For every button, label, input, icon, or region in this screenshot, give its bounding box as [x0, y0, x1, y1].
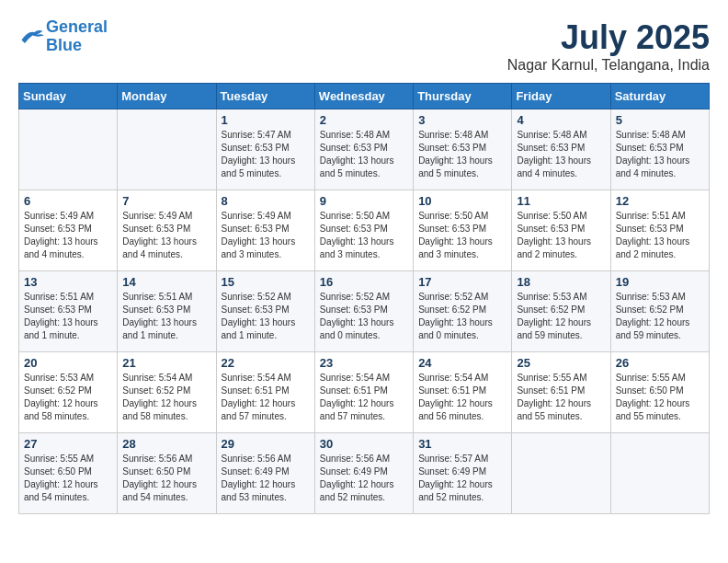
day-number: 21: [122, 356, 210, 370]
day-info: Sunrise: 5:53 AM Sunset: 6:52 PM Dayligh…: [517, 291, 605, 342]
calendar-cell: 11Sunrise: 5:50 AM Sunset: 6:53 PM Dayli…: [512, 190, 610, 271]
day-number: 24: [418, 356, 506, 370]
calendar-cell: 4Sunrise: 5:48 AM Sunset: 6:53 PM Daylig…: [512, 109, 610, 190]
calendar-cell: [512, 433, 610, 514]
day-number: 3: [418, 113, 506, 127]
day-number: 14: [122, 275, 210, 289]
calendar-cell: 27Sunrise: 5:55 AM Sunset: 6:50 PM Dayli…: [19, 433, 118, 514]
header-tuesday: Tuesday: [216, 84, 314, 109]
day-number: 23: [320, 356, 408, 370]
day-info: Sunrise: 5:50 AM Sunset: 6:53 PM Dayligh…: [418, 210, 506, 261]
day-number: 7: [122, 194, 210, 208]
calendar-cell: 18Sunrise: 5:53 AM Sunset: 6:52 PM Dayli…: [512, 271, 610, 352]
calendar-cell: 6Sunrise: 5:49 AM Sunset: 6:53 PM Daylig…: [19, 190, 118, 271]
day-info: Sunrise: 5:54 AM Sunset: 6:51 PM Dayligh…: [222, 372, 310, 423]
day-info: Sunrise: 5:48 AM Sunset: 6:53 PM Dayligh…: [517, 129, 605, 180]
day-number: 25: [517, 356, 605, 370]
day-number: 31: [418, 437, 506, 451]
day-info: Sunrise: 5:54 AM Sunset: 6:51 PM Dayligh…: [418, 372, 506, 423]
day-number: 13: [24, 275, 112, 289]
header-monday: Monday: [118, 84, 216, 109]
day-number: 11: [517, 194, 605, 208]
calendar-cell: 29Sunrise: 5:56 AM Sunset: 6:49 PM Dayli…: [216, 433, 314, 514]
day-info: Sunrise: 5:49 AM Sunset: 6:53 PM Dayligh…: [222, 210, 310, 261]
calendar-cell: 5Sunrise: 5:48 AM Sunset: 6:53 PM Daylig…: [610, 109, 709, 190]
day-info: Sunrise: 5:56 AM Sunset: 6:50 PM Dayligh…: [122, 453, 210, 504]
logo-bird-icon: [18, 26, 44, 48]
day-number: 1: [222, 113, 310, 127]
calendar-header-row: SundayMondayTuesdayWednesdayThursdayFrid…: [19, 84, 710, 109]
day-info: Sunrise: 5:48 AM Sunset: 6:53 PM Dayligh…: [418, 129, 506, 180]
day-info: Sunrise: 5:51 AM Sunset: 6:53 PM Dayligh…: [616, 210, 704, 261]
logo: General Blue: [18, 18, 108, 55]
calendar-cell: 13Sunrise: 5:51 AM Sunset: 6:53 PM Dayli…: [19, 271, 118, 352]
calendar-cell: 20Sunrise: 5:53 AM Sunset: 6:52 PM Dayli…: [19, 352, 118, 433]
day-number: 18: [517, 275, 605, 289]
day-number: 30: [320, 437, 408, 451]
day-number: 12: [616, 194, 704, 208]
calendar-cell: [19, 109, 118, 190]
day-info: Sunrise: 5:53 AM Sunset: 6:52 PM Dayligh…: [24, 372, 112, 423]
day-number: 26: [616, 356, 704, 370]
calendar-cell: 1Sunrise: 5:47 AM Sunset: 6:53 PM Daylig…: [216, 109, 314, 190]
calendar-cell: [118, 109, 216, 190]
title-area: July 2025 Nagar Karnul, Telangana, India: [507, 18, 710, 74]
day-info: Sunrise: 5:52 AM Sunset: 6:52 PM Dayligh…: [418, 291, 506, 342]
day-info: Sunrise: 5:49 AM Sunset: 6:53 PM Dayligh…: [24, 210, 112, 261]
logo-text-line2: Blue: [46, 37, 108, 55]
day-number: 2: [320, 113, 408, 127]
day-number: 6: [24, 194, 112, 208]
header-wednesday: Wednesday: [314, 84, 413, 109]
calendar-cell: 15Sunrise: 5:52 AM Sunset: 6:53 PM Dayli…: [216, 271, 314, 352]
header-sunday: Sunday: [19, 84, 118, 109]
day-info: Sunrise: 5:51 AM Sunset: 6:53 PM Dayligh…: [24, 291, 112, 342]
day-info: Sunrise: 5:55 AM Sunset: 6:50 PM Dayligh…: [616, 372, 704, 423]
calendar-cell: 16Sunrise: 5:52 AM Sunset: 6:53 PM Dayli…: [314, 271, 413, 352]
day-number: 17: [418, 275, 506, 289]
week-row-1: 1Sunrise: 5:47 AM Sunset: 6:53 PM Daylig…: [19, 109, 710, 190]
day-info: Sunrise: 5:52 AM Sunset: 6:53 PM Dayligh…: [222, 291, 310, 342]
header-saturday: Saturday: [610, 84, 709, 109]
calendar-cell: 14Sunrise: 5:51 AM Sunset: 6:53 PM Dayli…: [118, 271, 216, 352]
day-info: Sunrise: 5:56 AM Sunset: 6:49 PM Dayligh…: [320, 453, 408, 504]
calendar-cell: 24Sunrise: 5:54 AM Sunset: 6:51 PM Dayli…: [414, 352, 512, 433]
calendar-cell: 31Sunrise: 5:57 AM Sunset: 6:49 PM Dayli…: [414, 433, 512, 514]
day-info: Sunrise: 5:53 AM Sunset: 6:52 PM Dayligh…: [616, 291, 704, 342]
calendar-cell: [610, 433, 709, 514]
day-info: Sunrise: 5:57 AM Sunset: 6:49 PM Dayligh…: [418, 453, 506, 504]
calendar-cell: 25Sunrise: 5:55 AM Sunset: 6:51 PM Dayli…: [512, 352, 610, 433]
day-info: Sunrise: 5:50 AM Sunset: 6:53 PM Dayligh…: [320, 210, 408, 261]
day-info: Sunrise: 5:55 AM Sunset: 6:51 PM Dayligh…: [517, 372, 605, 423]
calendar-cell: 17Sunrise: 5:52 AM Sunset: 6:52 PM Dayli…: [414, 271, 512, 352]
day-info: Sunrise: 5:50 AM Sunset: 6:53 PM Dayligh…: [517, 210, 605, 261]
day-info: Sunrise: 5:52 AM Sunset: 6:53 PM Dayligh…: [320, 291, 408, 342]
week-row-3: 13Sunrise: 5:51 AM Sunset: 6:53 PM Dayli…: [19, 271, 710, 352]
calendar-cell: 19Sunrise: 5:53 AM Sunset: 6:52 PM Dayli…: [610, 271, 709, 352]
week-row-5: 27Sunrise: 5:55 AM Sunset: 6:50 PM Dayli…: [19, 433, 710, 514]
day-info: Sunrise: 5:56 AM Sunset: 6:49 PM Dayligh…: [222, 453, 310, 504]
day-number: 5: [616, 113, 704, 127]
calendar-cell: 10Sunrise: 5:50 AM Sunset: 6:53 PM Dayli…: [414, 190, 512, 271]
calendar-cell: 28Sunrise: 5:56 AM Sunset: 6:50 PM Dayli…: [118, 433, 216, 514]
calendar-cell: 23Sunrise: 5:54 AM Sunset: 6:51 PM Dayli…: [314, 352, 413, 433]
day-number: 22: [222, 356, 310, 370]
day-info: Sunrise: 5:51 AM Sunset: 6:53 PM Dayligh…: [122, 291, 210, 342]
calendar-cell: 8Sunrise: 5:49 AM Sunset: 6:53 PM Daylig…: [216, 190, 314, 271]
header-thursday: Thursday: [414, 84, 512, 109]
header-friday: Friday: [512, 84, 610, 109]
day-info: Sunrise: 5:54 AM Sunset: 6:52 PM Dayligh…: [122, 372, 210, 423]
day-number: 20: [24, 356, 112, 370]
day-number: 9: [320, 194, 408, 208]
day-info: Sunrise: 5:55 AM Sunset: 6:50 PM Dayligh…: [24, 453, 112, 504]
calendar-cell: 3Sunrise: 5:48 AM Sunset: 6:53 PM Daylig…: [414, 109, 512, 190]
header: General Blue July 2025 Nagar Karnul, Tel…: [18, 18, 710, 74]
month-title: July 2025: [507, 18, 710, 57]
day-info: Sunrise: 5:48 AM Sunset: 6:53 PM Dayligh…: [320, 129, 408, 180]
day-number: 19: [616, 275, 704, 289]
day-number: 10: [418, 194, 506, 208]
day-number: 4: [517, 113, 605, 127]
calendar-cell: 26Sunrise: 5:55 AM Sunset: 6:50 PM Dayli…: [610, 352, 709, 433]
calendar-cell: 12Sunrise: 5:51 AM Sunset: 6:53 PM Dayli…: [610, 190, 709, 271]
calendar-table: SundayMondayTuesdayWednesdayThursdayFrid…: [18, 83, 710, 514]
day-number: 8: [222, 194, 310, 208]
